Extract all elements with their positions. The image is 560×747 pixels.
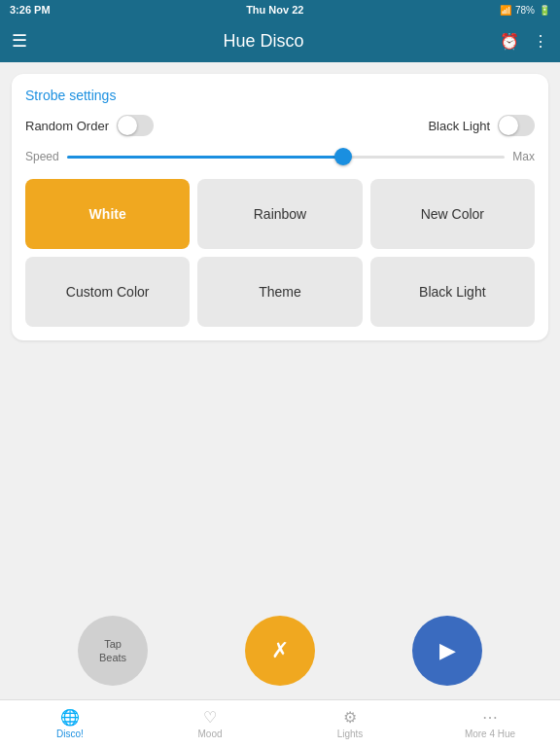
alarm-icon[interactable]: ⏰ bbox=[500, 32, 519, 51]
wifi-icon: 📶 bbox=[500, 5, 511, 16]
tap-label: Tap bbox=[104, 637, 122, 651]
speed-slider-track[interactable] bbox=[67, 156, 505, 159]
beats-label: Beats bbox=[99, 651, 126, 664]
lights-label: Lights bbox=[337, 729, 364, 739]
slider-fill bbox=[67, 156, 343, 159]
tab-lights[interactable]: ⚙ Lights bbox=[280, 700, 420, 747]
bottom-area: Tap Beats ✗ ▶ bbox=[0, 602, 560, 699]
strobe-card: Strobe settings Random Order Black Light… bbox=[12, 74, 548, 340]
theme-button[interactable]: Theme bbox=[197, 257, 362, 327]
status-bar: 3:26 PM Thu Nov 22 📶 78% 🔋 bbox=[0, 0, 560, 19]
nav-title: Hue Disco bbox=[223, 31, 303, 52]
more-icon[interactable]: ⋮ bbox=[533, 32, 548, 51]
toggle-row: Random Order Black Light bbox=[25, 115, 535, 136]
nav-right-icons: ⏰ ⋮ bbox=[500, 32, 548, 51]
slider-thumb[interactable] bbox=[334, 148, 352, 165]
random-order-group: Random Order bbox=[25, 115, 154, 136]
toggle-knob-2 bbox=[499, 116, 518, 135]
tab-mood[interactable]: ♡ Mood bbox=[140, 700, 280, 747]
battery-text: 78% bbox=[515, 5, 535, 16]
tap-beats-button[interactable]: Tap Beats bbox=[78, 616, 148, 686]
rainbow-button[interactable]: Rainbow bbox=[197, 179, 362, 249]
disco-icon: 🌐 bbox=[60, 708, 80, 727]
status-day: Thu Nov 22 bbox=[246, 4, 303, 16]
black-light-label: Black Light bbox=[428, 119, 490, 133]
status-time: 3:26 PM bbox=[10, 4, 51, 16]
hamburger-button[interactable]: ☰ bbox=[12, 30, 27, 52]
white-button[interactable]: White bbox=[25, 179, 190, 249]
more4hue-label: More 4 Hue bbox=[465, 729, 515, 739]
play-icon: ▶ bbox=[439, 638, 456, 663]
black-light-button[interactable]: Black Light bbox=[370, 257, 535, 327]
more4hue-icon: ⋯ bbox=[482, 708, 498, 727]
status-right-icons: 📶 78% 🔋 bbox=[500, 5, 550, 16]
new-color-button[interactable]: New Color bbox=[370, 179, 535, 249]
speed-label: Speed bbox=[25, 150, 59, 163]
random-order-label: Random Order bbox=[25, 119, 109, 133]
custom-color-button[interactable]: Custom Color bbox=[25, 257, 190, 327]
black-light-toggle[interactable] bbox=[498, 115, 535, 136]
tab-more4hue[interactable]: ⋯ More 4 Hue bbox=[420, 700, 560, 747]
music-icon: ✗ bbox=[271, 638, 289, 663]
play-button[interactable]: ▶ bbox=[412, 616, 482, 686]
lights-icon: ⚙ bbox=[343, 708, 357, 727]
music-button[interactable]: ✗ bbox=[245, 616, 315, 686]
battery-icon: 🔋 bbox=[539, 5, 550, 16]
max-label: Max bbox=[512, 150, 535, 163]
black-light-group: Black Light bbox=[428, 115, 535, 136]
mood-label: Mood bbox=[197, 729, 222, 739]
speed-slider-row: Speed Max bbox=[25, 150, 535, 163]
tab-disco[interactable]: 🌐 Disco! bbox=[0, 700, 140, 747]
disco-label: Disco! bbox=[56, 729, 84, 739]
toggle-knob bbox=[118, 116, 137, 135]
random-order-toggle[interactable] bbox=[117, 115, 154, 136]
tab-bar: 🌐 Disco! ♡ Mood ⚙ Lights ⋯ More 4 Hue bbox=[0, 699, 560, 747]
color-grid: White Rainbow New Color Custom Color The… bbox=[25, 179, 535, 327]
strobe-title: Strobe settings bbox=[25, 88, 535, 103]
mood-icon: ♡ bbox=[203, 708, 217, 727]
nav-bar: ☰ Hue Disco ⏰ ⋮ bbox=[0, 19, 560, 62]
